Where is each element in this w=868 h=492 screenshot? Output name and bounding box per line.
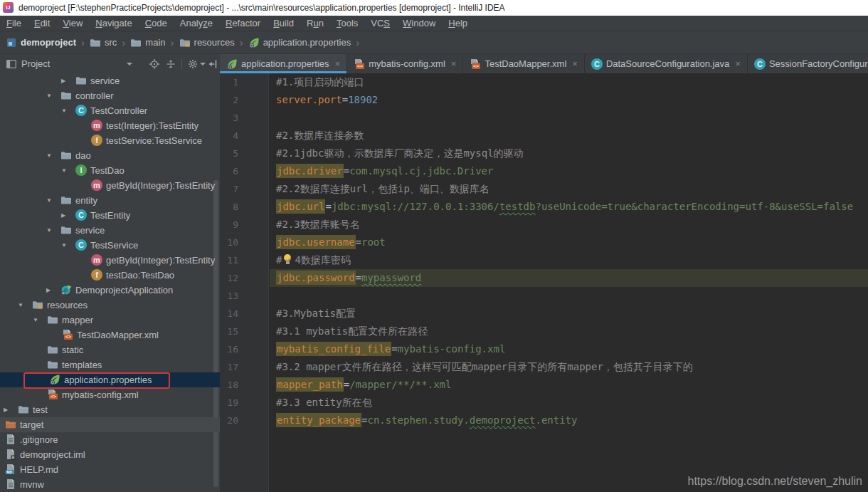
- expand-arrow-icon[interactable]: ▶: [61, 73, 65, 88]
- menu-run[interactable]: Run: [300, 16, 330, 31]
- code-line[interactable]: #2.2数据库连接url，包括ip、端口、数据库名: [276, 180, 489, 198]
- tree-item-TestDao[interactable]: ▼ITestDao: [0, 163, 220, 178]
- folder-icon: [60, 90, 72, 101]
- tab-close-icon[interactable]: ×: [572, 58, 578, 69]
- code-line[interactable]: jdbc.password=mypassword: [276, 269, 421, 287]
- code-line[interactable]: #3.3 entity所在包: [276, 394, 372, 412]
- editor-tab-SessionFactoryConfiguration.java[interactable]: CSessionFactoryConfiguration.java×: [748, 54, 868, 73]
- code-token-v: .entity: [535, 414, 577, 426]
- code-line[interactable]: #2.1jdbc驱动，示数据库厂商决定，这是mysql的驱动: [276, 145, 524, 162]
- menu-edit[interactable]: Edit: [28, 16, 56, 31]
- settings-gear-icon[interactable]: [187, 58, 199, 70]
- editor-tab-mybatis-config.xml[interactable]: <>mybatis-config.xml×: [347, 54, 463, 73]
- collapse-arrow-icon[interactable]: ▼: [46, 223, 52, 238]
- project-panel-title[interactable]: Project: [21, 54, 50, 73]
- code-line[interactable]: #1.项目启动的端口: [276, 73, 364, 91]
- breadcrumb-item-src[interactable]: src: [90, 37, 117, 48]
- expand-arrow-icon[interactable]: ▶: [4, 402, 8, 417]
- menu-build[interactable]: Build: [267, 16, 300, 31]
- tree-item-demoproject.iml[interactable]: demoproject.iml: [0, 447, 220, 462]
- code-line[interactable]: #2.3数据库账号名: [276, 216, 360, 234]
- tree-item-service[interactable]: ▼service: [0, 223, 220, 238]
- tree-item-mvnw[interactable]: mvnw: [0, 477, 220, 492]
- tree-item-.gitignore[interactable]: .gitignore: [0, 432, 220, 447]
- tree-item-test(Integer):TestEntity[interactable]: mtest(Integer):TestEntity: [0, 118, 220, 133]
- collapse-arrow-icon[interactable]: ▼: [61, 163, 67, 178]
- tree-item-entity[interactable]: ▼entity: [0, 193, 220, 208]
- locate-target-icon[interactable]: [149, 58, 160, 70]
- menu-file[interactable]: File: [0, 16, 28, 31]
- code-line[interactable]: #3.Mybatis配置: [276, 305, 356, 323]
- collapse-arrow-icon[interactable]: ▼: [46, 148, 52, 163]
- collapse-arrow-icon[interactable]: ▼: [18, 298, 23, 313]
- menu-window[interactable]: Window: [396, 16, 442, 31]
- tree-item-service[interactable]: ▶service: [0, 73, 220, 88]
- tree-item-label: TestController: [90, 103, 147, 118]
- tree-item-dao[interactable]: ▼dao: [0, 148, 220, 163]
- collapse-all-icon[interactable]: [165, 58, 176, 70]
- tree-item-static[interactable]: static: [0, 342, 220, 357]
- tree-item-TestService[interactable]: ▼CTestService: [0, 238, 220, 253]
- menu-analyze[interactable]: Analyze: [174, 16, 219, 31]
- menu-view[interactable]: View: [56, 16, 89, 31]
- hide-panel-icon[interactable]: [207, 58, 218, 70]
- expand-arrow-icon[interactable]: ▶: [46, 283, 51, 298]
- breadcrumb-item-application.properties[interactable]: application.properties: [248, 37, 351, 48]
- tab-close-icon[interactable]: ×: [451, 58, 457, 69]
- tree-item-resources[interactable]: ▼resources: [0, 298, 220, 313]
- code-line[interactable]: #4数据库密码: [276, 251, 351, 269]
- menu-refactor[interactable]: Refactor: [219, 16, 267, 31]
- editor-tab-application.properties[interactable]: application.properties×: [220, 54, 347, 73]
- expand-arrow-icon[interactable]: ▶: [61, 208, 65, 223]
- tab-close-icon[interactable]: ×: [735, 58, 741, 69]
- code-line[interactable]: mapper_path=/mapper/**/**.xml: [276, 376, 451, 394]
- intention-bulb-icon[interactable]: [283, 254, 292, 266]
- tab-close-icon[interactable]: ×: [335, 58, 341, 69]
- tree-item-testDao:TestDao[interactable]: ftestDao:TestDao: [0, 268, 220, 283]
- editor-tab-DataSourceConfiguration.java[interactable]: CDataSourceConfiguration.java×: [585, 54, 748, 73]
- collapse-arrow-icon[interactable]: ▼: [46, 88, 52, 103]
- code-line[interactable]: jdbc.driver=com.mysql.cj.jdbc.Driver: [276, 162, 493, 180]
- collapse-arrow-icon[interactable]: ▼: [46, 193, 52, 208]
- tree-item-TestController[interactable]: ▼CTestController: [0, 103, 220, 118]
- tree-item-TestEntity[interactable]: ▶CTestEntity: [0, 208, 220, 223]
- editor-pane[interactable]: 1234567891011121314151617181920 #1.项目启动的…: [220, 73, 868, 492]
- code-line[interactable]: entity_package=cn.stephen.study.demoproj…: [276, 412, 577, 429]
- tree-item-templates[interactable]: templates: [0, 357, 220, 372]
- tree-item-mybatis-config.xml[interactable]: <>mybatis-config.xml: [0, 387, 220, 402]
- tree-item-target[interactable]: target: [0, 417, 220, 432]
- tree-item-DemoprojectApplication[interactable]: ▶DemoprojectApplication: [0, 283, 220, 298]
- tree-item-TestDaoMapper.xml[interactable]: <>TestDaoMapper.xml: [0, 328, 220, 342]
- collapse-arrow-icon[interactable]: ▼: [33, 313, 38, 328]
- code-line[interactable]: jdbc.username=root: [276, 234, 386, 251]
- tree-item-HELP.md[interactable]: MDHELP.md: [0, 462, 220, 477]
- menu-code[interactable]: Code: [139, 16, 174, 31]
- chevron-down-icon[interactable]: [127, 63, 132, 66]
- breadcrumb-item-resources[interactable]: resources: [179, 37, 235, 48]
- tree-item-mapper[interactable]: ▼mapper: [0, 313, 220, 328]
- code-token-v: /mapper/**/**.xml: [349, 379, 451, 390]
- tree-item-testService:TestService[interactable]: ftestService:TestService: [0, 133, 220, 148]
- tree-item-test[interactable]: ▶test: [0, 402, 220, 417]
- collapse-arrow-icon[interactable]: ▼: [61, 238, 67, 253]
- menu-vcs[interactable]: VCS: [364, 16, 396, 31]
- tree-item-getById(Integer):TestEntity[interactable]: mgetById(Integer):TestEntity: [0, 253, 220, 268]
- project-tree: ▶service▼controller▼CTestControllermtest…: [0, 73, 220, 492]
- code-line[interactable]: #2.数据库连接参数: [276, 127, 364, 145]
- code-line[interactable]: server.port=18902: [276, 91, 378, 109]
- code-line[interactable]: #3.1 mybatis配置文件所在路径: [276, 323, 428, 340]
- breadcrumb-item-demoproject[interactable]: demoproject: [6, 37, 76, 48]
- interface-icon: I: [75, 164, 87, 176]
- tree-item-application.properties[interactable]: application.properties: [0, 372, 220, 387]
- breadcrumb-item-main[interactable]: main: [130, 37, 165, 48]
- menu-help[interactable]: Help: [442, 16, 474, 31]
- code-line[interactable]: jdbc.url=jdbc:mysql://127.0.0.1:3306/tes…: [276, 198, 853, 216]
- menu-tools[interactable]: Tools: [330, 16, 364, 31]
- tree-item-controller[interactable]: ▼controller: [0, 88, 220, 103]
- editor-tab-TestDaoMapper.xml[interactable]: <>TestDaoMapper.xml×: [463, 54, 584, 73]
- menu-navigate[interactable]: Navigate: [89, 16, 138, 31]
- tree-item-getById(Integer):TestEntity[interactable]: mgetById(Integer):TestEntity: [0, 178, 220, 193]
- code-line[interactable]: mybatis_config_file=mybatis-config.xml: [276, 340, 505, 358]
- code-line[interactable]: #3.2 mapper文件所在路径，这样写可匹配mapper目录下的所有mapp…: [276, 358, 693, 376]
- collapse-arrow-icon[interactable]: ▼: [61, 103, 67, 118]
